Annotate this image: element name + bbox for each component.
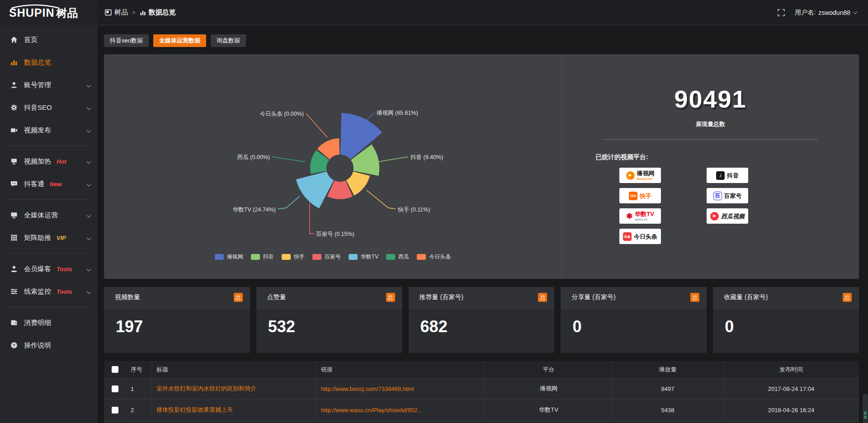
platform-name: 抖音 <box>727 173 739 179</box>
sidebar-item-consume-detail[interactable]: 消费明细 <box>0 311 98 334</box>
platform-badge-0: ▶播视网boosj.com <box>619 168 661 183</box>
username: zswodun88 <box>818 9 850 16</box>
column-header-3: 平台 <box>485 361 613 378</box>
sidebar-item-label: 视频发布 <box>24 126 51 135</box>
heat-monitor-icon <box>10 158 18 165</box>
legend-label: 快手 <box>294 253 305 261</box>
sidebar-item-video-heating[interactable]: 视频加热Hot <box>0 150 98 173</box>
row-checkbox[interactable] <box>112 385 118 392</box>
legend-item-2[interactable]: 快手 <box>282 253 305 261</box>
tab-0[interactable]: 抖音seo数据 <box>104 34 149 47</box>
member-icon <box>10 265 18 273</box>
sidebar-item-badge: New <box>50 181 62 188</box>
stat-card-title: 点赞量 <box>267 293 286 301</box>
fullscreen-icon[interactable] <box>778 9 785 16</box>
total-badge: 总 <box>234 293 243 302</box>
sidebar-item-douyin-seo[interactable]: 抖音SEO <box>0 96 98 119</box>
breadcrumb-root[interactable]: 树品 <box>105 8 128 17</box>
tab-1[interactable]: 全媒体运营数据 <box>153 34 206 47</box>
sidebar-item-clue-monitor[interactable]: 线索监控Tools <box>0 280 98 303</box>
toutiao-icon: 头条 <box>623 232 632 241</box>
legend-swatch-icon <box>251 254 260 260</box>
sidebar-item-label: 视频加热 <box>24 157 51 166</box>
row-plays: 8497 <box>613 378 723 399</box>
legend-item-6[interactable]: 今日头条 <box>417 253 451 261</box>
legend-swatch-icon <box>312 254 321 260</box>
stat-card-1: 点赞量总532 <box>256 287 402 353</box>
chevron-down-icon <box>87 128 91 132</box>
sidebar-item-badge: Tools <box>57 266 72 273</box>
video-publish-icon <box>10 127 18 134</box>
platform-name-block: 华数TVwasu.cn <box>635 211 654 221</box>
logo-text: SHUPIN <box>9 7 54 19</box>
pie-slice-4[interactable] <box>296 172 334 209</box>
stat-card-title: 分享量 (百家号) <box>571 293 615 301</box>
data-tabs: 抖音seo数据全媒体运营数据询盘数据 <box>104 34 859 47</box>
sidebar-item-data-overview[interactable]: 数据总览 <box>0 51 98 74</box>
video-url-link[interactable]: http://www.boosj.com/7338468.html <box>321 385 414 392</box>
legend-item-1[interactable]: 抖音 <box>251 253 274 261</box>
app-logo[interactable]: SHUPIN 树品 <box>0 0 98 25</box>
breadcrumb-separator: > <box>132 9 136 16</box>
platforms-grid: ▶播视网boosj.comOo快手✱华数TVwasu.cn头条今日头条♪抖音百百… <box>619 168 859 244</box>
stat-card-value: 0 <box>561 308 707 336</box>
sidebar-item-douketong[interactable]: 抖客通New <box>0 173 98 195</box>
row-platform: 播视网 <box>485 378 613 399</box>
row-checkbox[interactable] <box>112 407 118 414</box>
sidebar-item-media-operation[interactable]: 全媒体运营 <box>0 204 98 226</box>
stat-card-title: 视频数量 <box>115 293 140 301</box>
legend-item-4[interactable]: 华数TV <box>349 253 378 261</box>
row-title: 楼体投影灯投影效果震撼上市 <box>152 400 316 420</box>
legend-item-0[interactable]: 播视网 <box>215 253 243 261</box>
chevron-down-icon <box>853 9 858 14</box>
tab-2[interactable]: 询盘数据 <box>211 34 246 47</box>
xigua-icon: ▶ <box>710 212 719 221</box>
video-title-link[interactable]: 楼体投影灯投影效果震撼上市 <box>156 406 233 414</box>
column-header-0: 序号 <box>126 361 152 378</box>
sidebar-item-label: 矩阵助推 <box>24 234 51 242</box>
platform-name: 百家号 <box>724 193 742 199</box>
scrollbar-widget[interactable] <box>863 394 868 423</box>
column-header-1: 标题 <box>152 361 316 378</box>
sidebar-item-home[interactable]: 首页 <box>0 28 98 51</box>
rose-chart-area: 播视网 (65.61%)抖音 (9.40%)快手 (0.11%)百家号 (0.1… <box>104 54 561 279</box>
sidebar-item-label: 线索监控 <box>24 287 51 296</box>
total-impressions-label: 展现量总数 <box>562 120 859 128</box>
chevron-down-icon <box>87 267 91 271</box>
platform-sub: boosj.com <box>637 177 653 180</box>
platform-badge-5: 百百家号 <box>707 188 748 203</box>
user-menu[interactable]: 用户名: zswodun88 <box>795 9 856 17</box>
row-platform: 华数TV <box>485 400 613 420</box>
column-header-2: 链接 <box>316 361 485 378</box>
legend-label: 今日头条 <box>429 253 451 261</box>
legend-label: 抖音 <box>263 253 274 261</box>
table-row: 1室外水纹灯和室内水纹灯的区别和简介http://www.boosj.com/7… <box>104 378 859 400</box>
video-url-link[interactable]: http://www.wasu.cn/Play/show/id/952... <box>321 407 422 414</box>
video-title-link[interactable]: 室外水纹灯和室内水纹灯的区别和简介 <box>156 385 256 393</box>
wasu-star-icon: ✱ <box>626 212 632 220</box>
platform-name-block: 百家号 <box>724 193 742 199</box>
legend-item-5[interactable]: 西瓜 <box>386 253 409 261</box>
sidebar-item-operation-guide[interactable]: ?操作说明 <box>0 334 98 357</box>
sidebar-item-video-publish[interactable]: 视频发布 <box>0 119 98 141</box>
sidebar-item-member-baoke[interactable]: 会员爆客Tools <box>0 258 98 280</box>
svg-text:?: ? <box>13 343 15 348</box>
legend-swatch-icon <box>386 254 395 260</box>
legend-item-3[interactable]: 百家号 <box>312 253 341 261</box>
sidebar-item-matrix-boost[interactable]: 矩阵助推VIP <box>0 226 98 249</box>
breadcrumb-current[interactable]: 数据总览 <box>140 8 176 17</box>
legend-swatch-icon <box>417 254 426 260</box>
select-all-checkbox[interactable] <box>112 366 118 373</box>
user-icon <box>10 81 18 89</box>
stat-card-header: 点赞量总 <box>256 287 402 308</box>
baijiahao-icon: 百 <box>713 192 722 200</box>
sidebar-divider <box>6 307 91 307</box>
top-header: SHUPIN 树品 树品 > 数据总览 用户名: zswodun88 <box>0 0 868 25</box>
wallet-icon <box>10 319 18 327</box>
chevron-down-icon <box>87 83 91 87</box>
stat-card-header: 收藏量 (百家号)总 <box>713 287 859 308</box>
sidebar-item-account-management[interactable]: 账号管理 <box>0 74 98 96</box>
home-icon <box>10 36 18 44</box>
row-checkbox-cell <box>104 400 126 420</box>
platform-badge-2: ✱华数TVwasu.cn <box>619 208 661 224</box>
